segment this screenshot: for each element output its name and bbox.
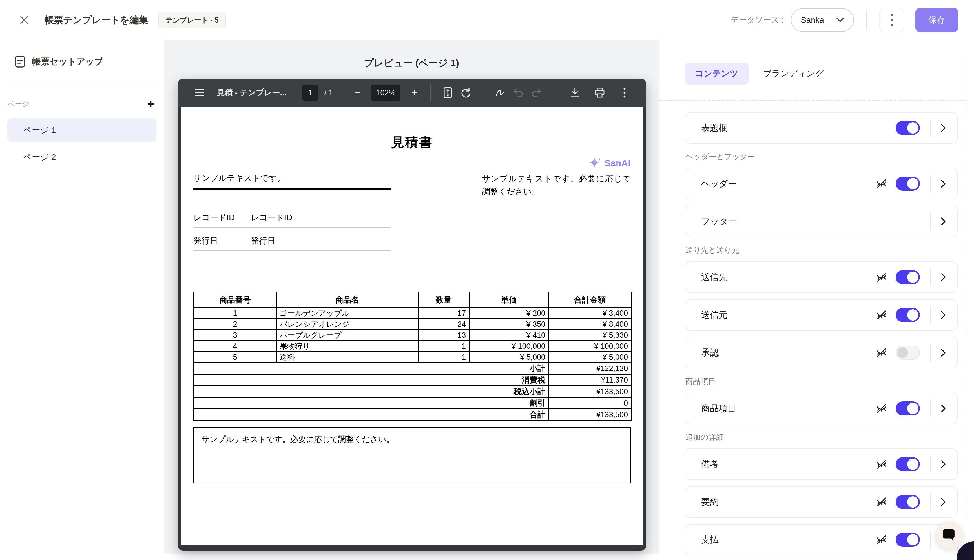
zoom-in-button[interactable]: + xyxy=(407,87,422,98)
items-cell: バレンシアオレンジ xyxy=(277,319,418,330)
print-icon[interactable] xyxy=(591,84,609,102)
toggle-knob xyxy=(907,309,919,320)
add-page-button[interactable]: + xyxy=(147,98,154,110)
document-bottom-note: サンプルテキストです。必要に応じて調整ください。 xyxy=(193,427,631,483)
brand-logo: SanAI xyxy=(482,157,631,170)
panel-card[interactable]: 備考 xyxy=(685,448,958,480)
sidebar: 帳票セットアップ ページ + ページ 1ページ 2 xyxy=(0,40,164,560)
panel-card-label: 支払 xyxy=(701,534,876,546)
items-cell: パープルグレープ xyxy=(277,330,418,341)
redo-icon[interactable] xyxy=(527,84,545,102)
kebab-menu-icon[interactable] xyxy=(615,84,634,102)
page-title: 帳票テンプレートを編集 xyxy=(45,14,148,27)
totals-value: ¥122,130 xyxy=(549,363,631,374)
panel-card[interactable]: 表題欄 xyxy=(685,112,958,144)
chevron-right-icon[interactable] xyxy=(941,404,946,413)
card-divider xyxy=(930,455,931,473)
chevron-right-icon[interactable] xyxy=(941,460,946,468)
menu-icon[interactable] xyxy=(190,84,208,102)
toggle-knob xyxy=(907,534,919,545)
document-field-row: レコードIDレコードID xyxy=(193,205,390,228)
panel-card-label: フッター xyxy=(701,215,920,227)
eye-off-icon[interactable] xyxy=(876,178,888,189)
fit-page-icon[interactable] xyxy=(439,84,457,102)
panel-card[interactable]: 送信元 xyxy=(685,299,958,331)
visibility-toggle[interactable] xyxy=(896,457,920,471)
panel-card[interactable]: 支払 xyxy=(685,524,958,555)
visibility-toggle[interactable] xyxy=(896,402,920,415)
items-row: 4果物狩り1¥ 100,000¥ 100,000 xyxy=(194,341,631,352)
eye-off-icon[interactable] xyxy=(876,309,888,320)
close-icon[interactable] xyxy=(16,12,33,28)
eye-off-icon[interactable] xyxy=(876,272,888,283)
visibility-toggle[interactable] xyxy=(896,177,920,191)
tab-content[interactable]: コンテンツ xyxy=(685,63,749,85)
sidebar-page-item[interactable]: ページ 2 xyxy=(7,145,157,169)
sidebar-page-item[interactable]: ページ 1 xyxy=(7,118,157,142)
toggle-knob xyxy=(907,272,919,283)
zoom-out-button[interactable]: − xyxy=(349,87,365,98)
panel-card[interactable]: フッター xyxy=(685,206,958,237)
chevron-right-icon[interactable] xyxy=(941,348,946,357)
tab-branding[interactable]: ブランディング xyxy=(753,63,834,85)
datasource-select[interactable]: Sanka xyxy=(791,8,854,32)
chevron-right-icon[interactable] xyxy=(941,273,946,282)
totals-label: 合計 xyxy=(194,409,549,420)
panel-cards: 表題欄ヘッダーとフッターヘッダーフッター送り先と送り元送信先送信元承認商品項目商… xyxy=(659,101,974,555)
chevron-right-icon[interactable] xyxy=(941,498,946,506)
panel-card[interactable]: ヘッダー xyxy=(685,168,958,200)
visibility-toggle[interactable] xyxy=(896,495,920,509)
panel-card[interactable]: 承認 xyxy=(685,337,958,368)
items-cell: 2 xyxy=(194,319,277,330)
card-divider xyxy=(930,268,931,286)
chat-button[interactable] xyxy=(936,521,963,549)
datasource-label: データソース : xyxy=(731,15,784,25)
download-icon[interactable] xyxy=(566,84,584,102)
visibility-toggle[interactable] xyxy=(896,346,920,360)
totals-value: ¥133,500 xyxy=(549,386,631,397)
undo-icon[interactable] xyxy=(509,84,527,102)
rotate-icon[interactable] xyxy=(457,84,475,102)
items-cell: ¥ 8,400 xyxy=(549,319,631,330)
items-cell: ¥ 100,000 xyxy=(549,341,631,352)
chevron-right-icon[interactable] xyxy=(941,217,946,226)
sidebar-item-form-setup[interactable]: 帳票セットアップ xyxy=(0,53,164,71)
eye-off-icon[interactable] xyxy=(876,458,888,470)
card-divider xyxy=(930,306,931,324)
section-heading: ヘッダーとフッター xyxy=(685,152,958,162)
chevron-right-icon[interactable] xyxy=(941,124,946,132)
topbar: 帳票テンプレートを編集 テンプレート - 5 データソース : Sanka 保存 xyxy=(0,0,974,40)
panel-card[interactable]: 要約 xyxy=(685,486,958,518)
eye-off-icon[interactable] xyxy=(876,347,888,358)
eye-off-icon[interactable] xyxy=(876,496,888,508)
panel-card[interactable]: 商品項目 xyxy=(685,393,958,424)
page-number-input[interactable]: 1 xyxy=(302,85,318,100)
items-header-cell: 数量 xyxy=(418,292,469,308)
panel-card-label: ヘッダー xyxy=(701,178,876,190)
field-value: 発行日 xyxy=(251,235,275,247)
chevron-right-icon[interactable] xyxy=(941,180,946,188)
chevron-right-icon[interactable] xyxy=(941,311,946,319)
sidebar-setup-label: 帳票セットアップ xyxy=(32,56,103,68)
pdf-page: 見積書 サンプルテキストです。 SanAI サンプルテキストです。必要に応 xyxy=(181,107,643,545)
items-header-cell: 商品名 xyxy=(277,292,418,308)
items-cell: ¥ 410 xyxy=(469,330,549,341)
eye-off-icon[interactable] xyxy=(876,534,888,545)
sparkle-icon xyxy=(589,157,602,170)
visibility-toggle[interactable] xyxy=(896,533,920,547)
brand-logo-text: SanAI xyxy=(605,158,631,168)
more-options-button[interactable] xyxy=(879,8,904,32)
visibility-toggle[interactable] xyxy=(896,270,920,284)
document-field-row: 発行日発行日 xyxy=(193,228,390,251)
annotate-icon[interactable] xyxy=(491,84,509,102)
panel-card[interactable]: 送信先 xyxy=(685,262,958,293)
save-button[interactable]: 保存 xyxy=(916,8,958,32)
datasource-value: Sanka xyxy=(801,15,824,25)
totals-label: 割引 xyxy=(194,397,549,409)
visibility-toggle[interactable] xyxy=(896,308,920,322)
totals-label: 小計 xyxy=(194,363,549,374)
eye-off-icon[interactable] xyxy=(876,403,888,414)
zoom-level-input[interactable]: 102% xyxy=(371,85,400,100)
visibility-toggle[interactable] xyxy=(896,121,920,135)
document-right-note: サンプルテキストです。必要に応じて調整ください。 xyxy=(482,172,631,198)
